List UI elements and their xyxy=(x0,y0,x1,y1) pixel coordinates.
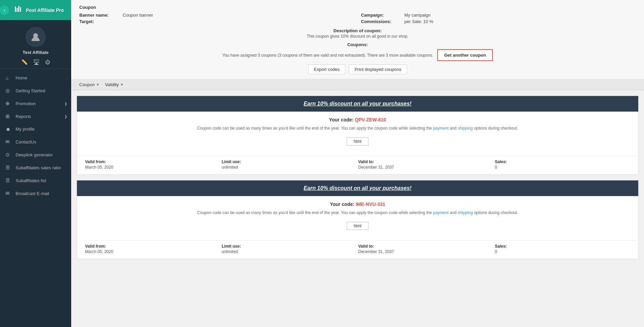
screen-icon[interactable]: 🖥️ xyxy=(33,59,40,65)
coupon-section-title: Coupon xyxy=(79,5,636,10)
valid-to-item: Valid to: December 31, 2037 xyxy=(358,244,494,254)
chevron-right-icon: ❯ xyxy=(64,102,67,105)
logout-icon[interactable]: ⏻ xyxy=(45,59,50,65)
sidebar-item-label: My profile xyxy=(16,127,35,132)
target-label: Target: xyxy=(79,19,120,24)
banner-name-value: Coupon banner xyxy=(123,13,153,18)
get-another-coupon-button[interactable]: Get another coupon xyxy=(437,49,493,61)
coupon-card-header-2: Earn 10% discount on all your purchases! xyxy=(77,180,638,196)
sales-value: 0 xyxy=(495,249,630,254)
deeplink-icon: ⊙ xyxy=(5,152,12,158)
coupon-info-grid: Banner name: Coupon banner Campaign: My … xyxy=(79,13,636,24)
coupon-card-footer-1: Valid from: March 05, 2020 Limit use: un… xyxy=(77,156,638,174)
sidebar-nav: ⌂ Home ◎ Getting Started ⊕ Promotion ❯ ⊞… xyxy=(0,69,71,327)
sidebar-item-subaffiliates-ratio[interactable]: ☰ Subaffiliates sales ratio xyxy=(0,161,71,174)
shipping-link[interactable]: shipping xyxy=(458,210,473,215)
valid-from-value: March 05, 2020 xyxy=(85,249,220,254)
valid-to-label: Valid to: xyxy=(358,244,494,249)
getting-started-icon: ◎ xyxy=(5,88,12,94)
edit-profile-icon[interactable]: ✏️ xyxy=(21,59,28,65)
sidebar-item-reports[interactable]: ⊞ Reports ❯ xyxy=(0,110,71,123)
coupon-action-buttons: Export codes Print displayed coupons xyxy=(79,64,636,74)
export-codes-button[interactable]: Export codes xyxy=(308,64,345,74)
commissions-label: Commissions: xyxy=(361,19,402,24)
sidebar: ‹ Post Affiliate Pro Test Affiliate ✏️ 🖥… xyxy=(0,0,71,327)
commissions-row: Commissions: per Sale: 10 % xyxy=(361,19,636,24)
svg-rect-1 xyxy=(17,8,18,12)
campaign-value: My campaign xyxy=(404,13,430,18)
sales-label: Sales: xyxy=(495,159,630,164)
payment-link[interactable]: payment xyxy=(433,210,449,215)
sidebar-item-label: Subaffiliates list xyxy=(16,178,46,183)
coupon-code-row-2: Your code: IME-NVU-331 xyxy=(85,201,630,207)
sidebar-item-label: Promotion xyxy=(16,101,36,106)
contact-icon: ✉ xyxy=(5,139,12,145)
sales-label: Sales: xyxy=(495,244,630,249)
sidebar-profile: Test Affiliate ✏️ 🖥️ ⏻ xyxy=(0,20,71,69)
coupon-card-body-1: Your code: QPV-ZEW-810 Coupon code can b… xyxy=(77,112,638,153)
sort-validity-icon: ▼ xyxy=(120,83,123,86)
sidebar-item-promotion[interactable]: ⊕ Promotion ❯ xyxy=(0,97,71,110)
assign-text: You have assigned 3 coupons (3 coupons o… xyxy=(222,53,433,58)
limit-item: Limit use: unlimited xyxy=(222,244,357,254)
avatar xyxy=(25,27,46,47)
sidebar-item-label: Broadcast E-mail xyxy=(16,191,49,196)
promotion-icon: ⊕ xyxy=(5,100,12,107)
svg-rect-0 xyxy=(15,6,16,12)
sidebar-item-broadcast[interactable]: ✉ Broadcast E-mail xyxy=(0,187,71,200)
print-coupons-button[interactable]: Print displayed coupons xyxy=(349,64,407,74)
sidebar-item-label: ContactUs xyxy=(16,139,36,145)
coupon-card-header-1: Earn 10% discount on all your purchases! xyxy=(77,96,638,112)
coupon-sort-col[interactable]: Coupon ▼ xyxy=(79,82,99,87)
ratio-icon: ☰ xyxy=(5,165,12,171)
assign-row: You have assigned 3 coupons (3 coupons o… xyxy=(79,49,636,61)
sidebar-item-label: Getting Started xyxy=(16,88,45,93)
sales-item: Sales: 0 xyxy=(495,159,630,170)
main-content: Coupon Banner name: Coupon banner Campai… xyxy=(71,0,644,327)
valid-from-label: Valid from: xyxy=(85,244,220,249)
coupon-table-header: Coupon ▼ Validity ▼ xyxy=(71,79,644,90)
html-button-1[interactable]: html xyxy=(347,137,369,146)
logo-icon xyxy=(14,5,22,15)
desc-text: This coupon gives 10% discount on all go… xyxy=(79,34,636,39)
sidebar-item-getting-started[interactable]: ◎ Getting Started xyxy=(0,84,71,97)
sort-coupon-icon: ▼ xyxy=(96,83,100,86)
limit-value: unlimited xyxy=(222,249,357,254)
sales-value: 0 xyxy=(495,165,630,170)
reports-icon: ⊞ xyxy=(5,113,12,119)
home-icon: ⌂ xyxy=(5,75,12,81)
sidebar-item-my-profile[interactable]: ☻ My profile xyxy=(0,123,71,135)
coupon-card-body-2: Your code: IME-NVU-331 Coupon code can b… xyxy=(77,196,638,237)
campaign-label: Campaign: xyxy=(361,13,402,18)
back-button[interactable]: ‹ xyxy=(0,5,9,15)
valid-to-value: December 31, 2037 xyxy=(358,249,494,254)
limit-label: Limit use: xyxy=(222,244,357,249)
sidebar-header: ‹ Post Affiliate Pro xyxy=(0,0,71,20)
campaign-row: Campaign: My campaign xyxy=(361,13,636,18)
html-button-2[interactable]: html xyxy=(347,222,369,230)
sidebar-item-label: Subaffiliates sales ratio xyxy=(16,165,61,170)
shipping-link[interactable]: shipping xyxy=(458,126,473,131)
valid-from-item: Valid from: March 05, 2020 xyxy=(85,159,220,170)
profile-actions: ✏️ 🖥️ ⏻ xyxy=(21,59,50,65)
coupon-description-1: Coupon code can be used as many times as… xyxy=(85,125,630,131)
coupon-description-2: Coupon code can be used as many times as… xyxy=(85,210,630,216)
coupon-card-1: Earn 10% discount on all your purchases!… xyxy=(77,96,639,175)
sidebar-item-contact-us[interactable]: ✉ ContactUs xyxy=(0,135,71,148)
coupon-card-footer-2: Valid from: March 05, 2020 Limit use: un… xyxy=(77,240,638,259)
validity-sort-col[interactable]: Validity ▼ xyxy=(105,82,123,87)
coupon-code-value-2: IME-NVU-331 xyxy=(356,201,385,207)
app-name: Post Affiliate Pro xyxy=(26,7,64,13)
valid-from-value: March 05, 2020 xyxy=(85,165,220,170)
sidebar-item-deeplink[interactable]: ⊙ Deeplink generator xyxy=(0,148,71,161)
username: Test Affiliate xyxy=(23,50,49,55)
coupons-title: Coupons: xyxy=(79,42,636,47)
svg-rect-3 xyxy=(20,7,21,12)
list-icon: ☰ xyxy=(5,177,12,184)
broadcast-icon: ✉ xyxy=(5,190,12,196)
payment-link[interactable]: payment xyxy=(433,126,449,131)
sidebar-item-subaffiliates-list[interactable]: ☰ Subaffiliates list xyxy=(0,174,71,187)
valid-from-label: Valid from: xyxy=(85,159,220,164)
banner-name-label: Banner name: xyxy=(79,13,120,18)
sidebar-item-home[interactable]: ⌂ Home xyxy=(0,72,71,84)
